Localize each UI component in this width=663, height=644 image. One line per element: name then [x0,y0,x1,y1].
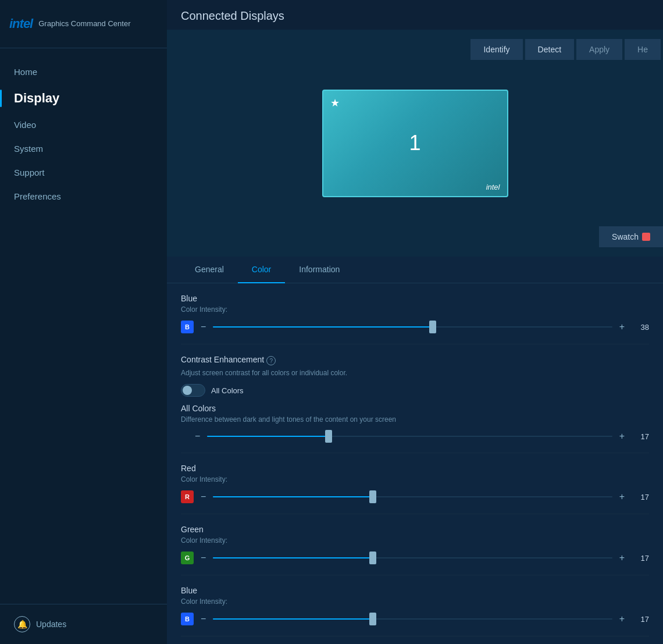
sidebar-item-home[interactable]: Home [0,60,167,84]
sidebar-item-preferences[interactable]: Preferences [0,184,167,208]
blue2-badge: B [181,613,194,625]
monitor-brand: intel [486,183,500,191]
green-intensity-title: Green [181,525,649,534]
all-colors-slider-row: − + 17 [181,430,649,442]
contrast-toggle[interactable] [181,384,205,397]
apply-button[interactable]: Apply [576,39,622,60]
blue-intensity-title: Blue [181,294,649,303]
blue2-intensity-title: Blue [181,586,649,595]
monitor-star-icon: ★ [330,97,340,109]
display-preview: Identify Detect Apply He ★ 1 intel Swatc… [167,30,663,257]
app-name: Graphics Command Center [38,19,130,29]
sidebar-nav: Home Display Video System Support Prefer… [0,48,167,604]
all-colors-slider[interactable] [207,430,612,442]
blue-intensity-slider[interactable] [213,321,612,333]
green-intensity-decrease[interactable]: − [198,553,208,563]
updates-bell-icon[interactable]: 🔔 [14,616,30,632]
blue2-intensity-decrease[interactable]: − [198,614,208,624]
blue-intensity-increase[interactable]: + [617,322,627,332]
green-intensity-value: 17 [632,554,649,563]
hue-section: Hue ? Color of your screen content − + 0 [181,636,649,644]
sidebar-footer: 🔔 Updates [0,604,167,644]
content-area: Blue Color Intensity: B − + 38 Contrast … [167,283,663,644]
blue2-intensity-slider[interactable] [213,613,612,625]
toggle-knob [183,386,192,395]
contrast-title: Contrast Enhancement [181,355,264,364]
contrast-enhancement-section: Contrast Enhancement ? Adjust screen con… [181,344,649,453]
identify-button[interactable]: Identify [470,39,522,60]
all-colors-increase[interactable]: + [617,431,627,442]
green-intensity-slider-row: G − + 17 [181,552,649,564]
main-content: Connected Displays Identify Detect Apply… [167,0,663,644]
green-intensity-increase[interactable]: + [617,553,627,563]
contrast-header: Contrast Enhancement ? [181,355,649,367]
sidebar-item-video[interactable]: Video [0,113,167,137]
blue-intensity-slider-row: B − + 38 [181,321,649,333]
green-badge: G [181,552,194,564]
contrast-toggle-row: All Colors [181,384,649,397]
contrast-help-icon[interactable]: ? [266,356,276,365]
green-intensity-slider[interactable] [213,552,612,564]
all-colors-value: 17 [632,432,649,441]
red-intensity-title: Red [181,464,649,473]
all-colors-decrease[interactable]: − [193,431,202,442]
blue-intensity-decrease[interactable]: − [198,322,208,332]
blue2-intensity-value: 17 [632,615,649,624]
page-title: Connected Displays [181,9,284,23]
green-intensity-subtitle: Color Intensity: [181,536,649,545]
detect-button[interactable]: Detect [525,39,574,60]
sidebar-item-display[interactable]: Display [0,84,167,113]
red-intensity-section: Red Color Intensity: R − + 17 [181,453,649,514]
sidebar-item-system[interactable]: System [0,137,167,161]
top-bar: Connected Displays [167,0,663,30]
all-colors-subtitle: Difference between dark and light tones … [181,415,649,424]
contrast-toggle-label: All Colors [211,386,244,395]
red-intensity-subtitle: Color Intensity: [181,475,649,483]
toolbar-buttons: Identify Detect Apply He [470,39,663,60]
blue2-intensity-slider-row: B − + 17 [181,613,649,625]
all-colors-title: All Colors [181,404,649,413]
red-badge: R [181,490,194,503]
green-intensity-section: Green Color Intensity: G − + 17 [181,514,649,575]
sidebar: intel Graphics Command Center Home Displ… [0,0,167,644]
swatch-button[interactable]: Swatch [599,226,663,247]
blue-intensity-section: Blue Color Intensity: B − + 38 [181,283,649,344]
tab-information[interactable]: Information [285,257,354,283]
red-intensity-slider-row: R − + 17 [181,490,649,503]
swatch-label: Swatch [612,232,639,241]
red-intensity-value: 17 [632,493,649,501]
help-button[interactable]: He [625,39,661,60]
blue2-intensity-section: Blue Color Intensity: B − + 17 [181,575,649,636]
blue-intensity-value: 38 [632,323,649,332]
blue2-intensity-subtitle: Color Intensity: [181,597,649,606]
contrast-subtitle: Adjust screen contrast for all colors or… [181,369,649,377]
tab-color[interactable]: Color [238,257,285,283]
monitor-number: 1 [409,131,420,155]
updates-label: Updates [36,620,66,629]
intel-logo: intel [9,16,33,31]
red-intensity-decrease[interactable]: − [198,492,208,502]
red-intensity-increase[interactable]: + [617,492,627,502]
red-intensity-slider[interactable] [213,491,612,503]
blue-badge: B [181,321,194,333]
swatch-color-icon [642,233,650,241]
blue-intensity-subtitle: Color Intensity: [181,305,649,314]
sidebar-header: intel Graphics Command Center [0,0,167,48]
tabs-bar: General Color Information [167,257,663,283]
all-colors-subsection: All Colors Difference between dark and l… [181,404,649,442]
blue2-intensity-increase[interactable]: + [617,614,627,624]
tab-general[interactable]: General [181,257,238,283]
monitor-display: ★ 1 intel [322,90,508,197]
sidebar-item-support[interactable]: Support [0,161,167,184]
